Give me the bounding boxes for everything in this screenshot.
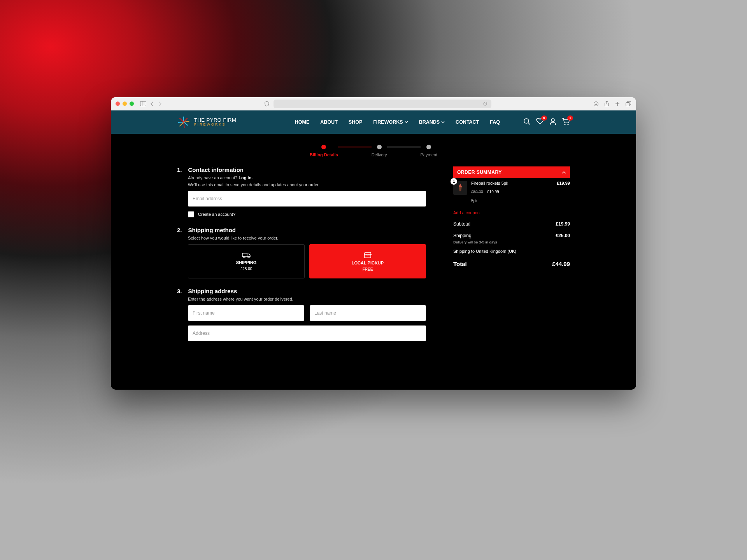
nav-contact[interactable]: CONTACT xyxy=(456,119,479,125)
create-account-checkbox[interactable]: Create an account? xyxy=(188,211,426,217)
item-qty-badge: 1 xyxy=(451,178,457,185)
step-billing[interactable]: Billing Details xyxy=(310,145,338,157)
total-row: Total£44.99 xyxy=(453,261,570,267)
account-prompt: Already have an account? Log in. xyxy=(188,175,426,180)
main-nav: HOME ABOUT SHOP FIREWORKS BRANDS CONTACT… xyxy=(295,119,500,125)
item-new-price: £19.99 xyxy=(487,190,499,194)
site-logo[interactable]: THE PYRO FIRM FIREWORKS xyxy=(177,116,236,129)
browser-chrome xyxy=(111,97,636,110)
chevron-down-icon xyxy=(405,121,408,123)
truck-icon xyxy=(242,252,251,258)
shipping-note: Delivery will be 3-5 in days xyxy=(453,240,570,244)
cart-item: 1 Fireball rockets 5pk £19.99 £50.00 £19… xyxy=(453,178,570,206)
login-link[interactable]: Log in. xyxy=(238,175,253,180)
order-summary: ORDER SUMMARY 1 Fireball rockets 5pk £19… xyxy=(453,166,570,350)
wishlist-badge: 0 xyxy=(541,116,547,121)
step-delivery[interactable]: Delivery xyxy=(372,145,387,157)
item-old-price: £50.00 xyxy=(471,190,483,194)
rocket-icon xyxy=(456,183,465,193)
email-field[interactable] xyxy=(188,191,426,206)
item-thumbnail[interactable]: 1 xyxy=(453,181,467,195)
last-name-field[interactable] xyxy=(310,305,426,321)
tabs-overview-icon[interactable] xyxy=(626,101,631,107)
sidebar-toggle-icon[interactable] xyxy=(140,101,146,106)
svg-line-13 xyxy=(180,118,184,122)
nav-brands[interactable]: BRANDS xyxy=(419,119,445,125)
svg-point-14 xyxy=(524,119,529,123)
item-variant: 5pk xyxy=(471,199,570,203)
maximize-window-icon[interactable] xyxy=(130,102,134,106)
section-shipping-address: 3. Shipping address Enter the address wh… xyxy=(177,288,426,341)
wishlist-icon[interactable]: 0 xyxy=(536,118,544,126)
logo-text: THE PYRO FIRM FIREWORKS xyxy=(194,117,236,127)
summary-title: ORDER SUMMARY xyxy=(457,170,502,175)
nav-actions: 0 1 xyxy=(523,118,570,127)
cart-badge: 1 xyxy=(567,116,573,121)
section-number: 1. xyxy=(177,166,182,173)
section-contact: 1. Contact information Already have an a… xyxy=(177,166,426,217)
step-payment[interactable]: Payment xyxy=(421,145,437,157)
svg-line-12 xyxy=(178,122,184,122)
logo-line2: FIREWORKS xyxy=(194,123,236,127)
url-bar[interactable] xyxy=(274,100,491,108)
shipping-option-delivery[interactable]: SHIPPING £25.00 xyxy=(188,244,305,278)
minimize-window-icon[interactable] xyxy=(123,102,127,106)
account-icon[interactable] xyxy=(549,118,556,127)
address-field[interactable] xyxy=(188,326,426,341)
first-name-field[interactable] xyxy=(188,305,304,321)
firework-logo-icon xyxy=(177,116,190,129)
shield-icon[interactable] xyxy=(264,101,270,107)
svg-rect-5 xyxy=(626,103,630,106)
section-number: 3. xyxy=(177,288,182,294)
nav-home[interactable]: HOME xyxy=(295,119,310,125)
option-price: FREE xyxy=(363,267,373,271)
search-icon[interactable] xyxy=(523,118,531,127)
section-desc: Enter the address where you want your or… xyxy=(188,297,426,301)
new-tab-icon[interactable] xyxy=(615,101,620,107)
checkout-content: 1. Contact information Already have an a… xyxy=(111,166,636,366)
summary-header[interactable]: ORDER SUMMARY xyxy=(453,166,570,178)
svg-point-20 xyxy=(244,256,245,258)
nav-about[interactable]: ABOUT xyxy=(320,119,337,125)
option-price: £25.00 xyxy=(240,267,253,271)
progress-bar xyxy=(338,147,372,147)
checkout-form: 1. Contact information Already have an a… xyxy=(177,166,426,350)
option-label: LOCAL PICKUP xyxy=(352,261,384,265)
section-title: Shipping address xyxy=(188,288,237,294)
step-label: Billing Details xyxy=(310,152,338,157)
progress-bar xyxy=(387,147,421,147)
section-title: Shipping method xyxy=(188,227,236,233)
svg-point-16 xyxy=(551,119,554,122)
section-desc: We'll use this email to send you details… xyxy=(188,182,426,187)
shipping-destination: Shipping to United Kingdom (UK) xyxy=(453,249,570,254)
section-title: Contact information xyxy=(188,166,244,173)
option-label: SHIPPING xyxy=(236,260,257,265)
svg-line-11 xyxy=(180,122,184,126)
svg-rect-0 xyxy=(140,102,146,106)
logo-line1: THE PYRO FIRM xyxy=(194,117,236,123)
nav-back-icon[interactable] xyxy=(150,101,154,107)
traffic-lights xyxy=(116,102,134,106)
step-label: Delivery xyxy=(372,152,387,157)
svg-point-18 xyxy=(567,124,568,125)
cart-icon[interactable]: 1 xyxy=(562,118,570,127)
chevron-down-icon xyxy=(441,121,445,123)
shipping-row: Shipping£25.00 xyxy=(453,233,570,238)
share-icon[interactable] xyxy=(604,101,609,107)
nav-fireworks[interactable]: FIREWORKS xyxy=(373,119,408,125)
chevron-up-icon xyxy=(562,171,566,174)
create-account-input[interactable] xyxy=(188,211,194,217)
nav-shop[interactable]: SHOP xyxy=(349,119,362,125)
step-label: Payment xyxy=(421,152,437,157)
item-name: Fireball rockets 5pk xyxy=(471,181,508,186)
section-desc: Select how you would like to receive you… xyxy=(188,236,426,240)
refresh-icon[interactable] xyxy=(483,102,487,106)
downloads-icon[interactable] xyxy=(593,101,599,107)
add-coupon-link[interactable]: Add a coupon xyxy=(453,210,570,215)
close-window-icon[interactable] xyxy=(116,102,120,106)
section-shipping-method: 2. Shipping method Select how you would … xyxy=(177,227,426,278)
nav-faq[interactable]: FAQ xyxy=(490,119,500,125)
nav-forward-icon[interactable] xyxy=(158,101,162,107)
shipping-option-pickup[interactable]: LOCAL PICKUP FREE xyxy=(309,244,426,278)
item-price: £19.99 xyxy=(557,181,570,186)
